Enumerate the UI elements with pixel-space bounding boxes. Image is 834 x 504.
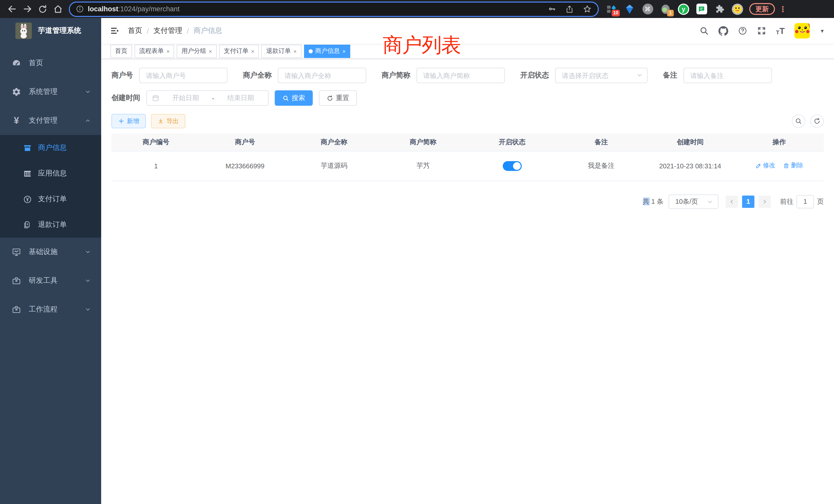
field-label: 备注 — [663, 71, 677, 80]
sidebar-item-workflow[interactable]: 工作流程 — [0, 295, 101, 324]
yen-icon: ¥ — [11, 116, 22, 125]
screen: localhost:1024/pay/merchant 10 ⌘ — [0, 0, 834, 504]
start-date-placeholder: 开始日期 — [163, 93, 208, 102]
tab-pay-order[interactable]: 支付订单× — [219, 44, 259, 58]
font-size-icon[interactable]: TT — [776, 26, 785, 35]
sidebar-item-infrastructure[interactable]: 基础设施 — [0, 238, 101, 266]
address-bar[interactable]: localhost:1024/pay/merchant — [69, 1, 599, 17]
avatar-caret-icon[interactable]: ▼ — [820, 28, 825, 33]
status-toggle[interactable] — [503, 161, 522, 171]
extension-gem-icon[interactable] — [624, 3, 635, 15]
browser-forward-icon[interactable] — [20, 1, 35, 17]
remark-input[interactable] — [683, 68, 772, 83]
browser-update-button[interactable]: 更新 — [749, 3, 775, 15]
fullscreen-icon[interactable] — [757, 26, 766, 36]
field-label: 商户全称 — [243, 71, 272, 80]
browser-toolbar: localhost:1024/pay/merchant 10 ⌘ — [0, 0, 834, 18]
help-icon[interactable] — [738, 26, 747, 36]
payment-submenu: 商户信息 应用信息 支付订单 退款订单 — [0, 135, 101, 238]
search-button[interactable]: 搜索 — [275, 90, 313, 106]
close-icon[interactable]: × — [293, 48, 297, 54]
prev-page-button[interactable] — [726, 195, 738, 208]
sidebar-item-label: 系统管理 — [29, 87, 58, 96]
merchant-short-name-input[interactable] — [416, 68, 505, 83]
table-row: 1 M233666999 芋道源码 芋艿 我是备注 2021-10-23 08:… — [111, 151, 824, 181]
export-button[interactable]: 导出 — [151, 114, 185, 128]
url-text: localhost:1024/pay/merchant — [88, 5, 179, 13]
sidebar-item-home[interactable]: 首页 — [0, 49, 101, 77]
reset-button[interactable]: 重置 — [319, 90, 357, 106]
breadcrumb: 首页 / 支付管理 / 商户信息 — [128, 26, 222, 36]
cell-create-time: 2021-10-23 08:31:14 — [646, 151, 735, 181]
page-number-1[interactable]: 1 — [742, 195, 754, 208]
cell-merchant-no: M233666999 — [200, 151, 290, 181]
extension-notion-icon[interactable]: 10 — [606, 3, 617, 15]
sidebar-collapse-icon[interactable] — [101, 18, 128, 44]
site-info-icon[interactable] — [76, 5, 84, 13]
browser-home-icon[interactable] — [50, 1, 66, 17]
bookmark-star-icon[interactable] — [583, 5, 592, 13]
cell-id: 1 — [111, 151, 200, 181]
tab-home[interactable]: 首页 — [110, 44, 132, 58]
merchant-no-input[interactable] — [139, 68, 227, 83]
extension-youdao-icon[interactable]: y — [678, 3, 689, 15]
sidebar-item-merchant[interactable]: 商户信息 — [0, 135, 101, 161]
dashboard-icon — [11, 59, 22, 68]
status-select[interactable] — [555, 68, 648, 83]
close-icon[interactable]: × — [167, 48, 170, 54]
calendar-icon — [152, 94, 159, 101]
extension-avocado-icon[interactable]: 1 — [660, 3, 671, 15]
browser-reload-icon[interactable] — [35, 1, 50, 17]
close-icon[interactable]: × — [209, 48, 212, 54]
search-icon[interactable] — [699, 26, 709, 36]
filter-merchant-no: 商户号 — [111, 68, 227, 83]
date-range-picker[interactable]: 开始日期 - 结束日期 — [146, 90, 269, 106]
breadcrumb-home[interactable]: 首页 — [128, 26, 142, 36]
sidebar-logo[interactable]: 芋道管理系统 — [0, 18, 101, 44]
extensions-puzzle-icon[interactable] — [714, 3, 725, 15]
sidebar-item-payment[interactable]: ¥ 支付管理 — [0, 106, 101, 135]
extension-command-icon[interactable]: ⌘ — [642, 3, 653, 15]
browser-menu-icon[interactable]: ⋮ — [779, 5, 787, 13]
tab-merchant-active[interactable]: 商户信息× — [304, 44, 351, 58]
sidebar-item-label: 商户信息 — [38, 143, 67, 153]
browser-profile-avatar[interactable] — [732, 3, 743, 15]
sidebar-item-pay-order[interactable]: 支付订单 — [0, 186, 101, 212]
close-icon[interactable]: × — [343, 48, 346, 54]
breadcrumb-section[interactable]: 支付管理 — [154, 26, 182, 36]
extension-badge: 10 — [612, 9, 620, 16]
tab-user-group[interactable]: 用户分组× — [177, 44, 217, 58]
next-page-button[interactable] — [759, 195, 771, 208]
add-button[interactable]: 新增 — [111, 114, 146, 128]
goto-page-input[interactable] — [796, 195, 814, 208]
sidebar-item-dev-tools[interactable]: 研发工具 — [0, 266, 101, 295]
monitor-chart-icon — [11, 247, 22, 257]
github-icon[interactable] — [719, 26, 728, 36]
sidebar-item-refund-order[interactable]: 退款订单 — [0, 212, 101, 238]
password-key-icon[interactable] — [547, 5, 556, 13]
close-icon[interactable]: × — [251, 48, 255, 54]
field-label: 开启状态 — [520, 71, 549, 80]
merchant-full-name-input[interactable] — [278, 68, 366, 83]
sidebar-item-application[interactable]: 应用信息 — [0, 161, 101, 186]
refresh-icon[interactable] — [810, 114, 824, 128]
edit-link[interactable]: 修改 — [755, 161, 775, 170]
browser-back-icon[interactable] — [4, 1, 20, 17]
column-header: 商户号 — [200, 134, 290, 151]
document-icon — [23, 221, 32, 229]
sidebar-item-system[interactable]: 系统管理 — [0, 77, 101, 106]
toggle-search-icon[interactable] — [792, 114, 805, 128]
filter-row-2: 创建时间 开始日期 - 结束日期 搜索 重置 — [111, 90, 824, 106]
delete-link[interactable]: 删除 — [783, 161, 803, 170]
extension-chat-icon[interactable] — [696, 3, 707, 15]
tab-refund-order[interactable]: 退款订单× — [262, 44, 302, 58]
page-size-select[interactable]: 10条/页 — [668, 194, 719, 209]
total-count: 共 1 条 — [643, 197, 663, 206]
sidebar-item-label: 首页 — [29, 59, 43, 68]
share-icon[interactable] — [565, 5, 574, 13]
navbar-actions: TT ▼ — [699, 23, 834, 39]
status-select-input[interactable] — [555, 68, 648, 83]
sidebar: 芋道管理系统 首页 系统管理 ¥ 支付管理 — [0, 18, 101, 504]
user-avatar[interactable] — [794, 23, 810, 39]
tab-process-form[interactable]: 流程表单× — [135, 44, 174, 58]
